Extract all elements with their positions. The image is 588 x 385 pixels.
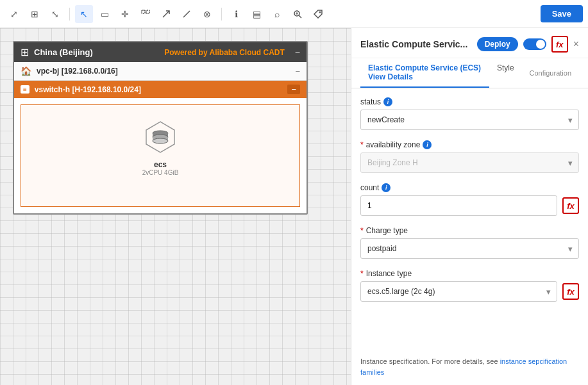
instance-type-select[interactable]: ecs.c5.large (2c 4g) xyxy=(360,281,557,302)
status-label: status i xyxy=(360,97,579,106)
rect-select-icon[interactable]: ▭ xyxy=(96,5,113,23)
vswitch-row: ≡ vswitch-h [H-192.168.10.0/24] − xyxy=(14,81,307,98)
vswitch-label: vswitch-h [H-192.168.10.0/24] xyxy=(35,85,141,94)
instance-type-label: * Instance type xyxy=(360,269,579,278)
tag-icon[interactable] xyxy=(309,5,327,23)
fit-icon[interactable]: ⤡ xyxy=(46,5,64,23)
panel-content: status i newCreate * availability zone i xyxy=(351,88,588,356)
save-button[interactable]: Save xyxy=(541,5,583,22)
fx-button-count[interactable]: fx xyxy=(562,197,579,214)
status-select[interactable]: newCreate xyxy=(360,110,579,130)
field-group-availability-zone: * availability zone i Beijing Zone H xyxy=(360,140,579,173)
count-label: count i xyxy=(360,183,579,192)
tab-style[interactable]: Style xyxy=(489,58,522,88)
right-panel: Elastic Compute Servic... Deploy fx × El… xyxy=(351,28,588,385)
panel-title: Elastic Compute Servic... xyxy=(360,39,472,49)
toolbar-separator-1 xyxy=(69,8,70,20)
svg-line-5 xyxy=(299,15,301,18)
deploy-button[interactable]: Deploy xyxy=(477,37,518,51)
diagram-container: ⊞ China (Beijing) Powered by Alibaba Clo… xyxy=(13,41,308,215)
field-group-instance-type: * Instance type ecs.c5.large (2c 4g) fx xyxy=(360,269,579,302)
availability-zone-select[interactable]: Beijing Zone H xyxy=(360,152,579,173)
config-label: Configuration xyxy=(522,64,579,82)
fx-button-header[interactable]: fx xyxy=(551,36,568,53)
ecs-icon-wrap xyxy=(141,118,180,156)
ecs-label: ecs xyxy=(154,160,167,169)
zoom-magnify-icon[interactable] xyxy=(289,5,307,23)
tab-details[interactable]: Elastic Compute Service (ECS) View Detai… xyxy=(360,58,489,88)
fx-button-instance-type[interactable]: fx xyxy=(562,283,579,300)
move-icon[interactable]: ✛ xyxy=(116,5,134,23)
connect-tool-icon[interactable] xyxy=(157,5,175,23)
close-button[interactable]: × xyxy=(573,38,579,50)
panel-tabs: Elastic Compute Service (ECS) View Detai… xyxy=(351,58,588,88)
count-info-icon[interactable]: i xyxy=(382,183,391,192)
vpc-collapse-button[interactable]: − xyxy=(295,67,300,76)
ecs-container[interactable]: ecs 2vCPU 4GiB xyxy=(21,104,300,207)
status-select-wrapper: newCreate xyxy=(360,110,579,130)
minimize-button[interactable]: − xyxy=(295,47,300,58)
vpc-row: 🏠 vpc-bj [192.168.0.0/16] − xyxy=(14,62,307,81)
diagram-header: ⊞ China (Beijing) Powered by Alibaba Clo… xyxy=(14,42,307,62)
field-group-charge-type: * Charge type postpaid xyxy=(360,226,579,259)
toolbar: ⤢ ⊞ ⤡ ↖ ▭ ✛ ⊗ ℹ ▤ ⌕ Save xyxy=(0,0,588,28)
instance-type-row: ecs.c5.large (2c 4g) fx xyxy=(360,281,579,302)
vpc-icon: 🏠 xyxy=(21,66,31,76)
line-icon[interactable] xyxy=(178,5,196,23)
status-info-icon[interactable]: i xyxy=(383,97,392,106)
svg-point-15 xyxy=(153,138,168,143)
svg-marker-8 xyxy=(314,10,322,18)
svg-line-3 xyxy=(183,11,190,17)
availability-zone-select-wrapper: Beijing Zone H xyxy=(360,152,579,173)
availability-zone-label: * availability zone i xyxy=(360,140,579,149)
toolbar-separator-2 xyxy=(221,8,222,20)
svg-rect-1 xyxy=(146,10,149,13)
field-group-status: status i newCreate xyxy=(360,97,579,130)
toggle-slider xyxy=(523,38,546,50)
vswitch-collapse-button[interactable]: − xyxy=(287,85,300,94)
diagram-body: 🏠 vpc-bj [192.168.0.0/16] − ≡ vswitch-h … xyxy=(14,62,307,207)
vpc-label: vpc-bj [192.168.0.0/16] xyxy=(37,67,118,76)
region-title: China (Beijing) xyxy=(34,47,93,57)
select-icon[interactable]: ↖ xyxy=(75,5,93,23)
charge-type-label: * Charge type xyxy=(360,226,579,235)
count-row: fx xyxy=(360,195,579,216)
field-group-count: count i fx xyxy=(360,183,579,216)
delete-circle-icon[interactable]: ⊗ xyxy=(198,5,216,23)
count-input[interactable] xyxy=(360,195,557,216)
grid-icon[interactable]: ⊞ xyxy=(26,5,44,23)
expand-icon[interactable]: ⤢ xyxy=(5,5,23,23)
page-icon[interactable]: ▤ xyxy=(248,5,265,23)
panel-footer-text: Instance specification. For more details… xyxy=(351,356,588,385)
deploy-toggle[interactable] xyxy=(523,38,546,50)
svg-line-2 xyxy=(163,11,169,17)
availability-zone-info-icon[interactable]: i xyxy=(423,140,432,149)
charge-type-select[interactable]: postpaid xyxy=(360,238,579,259)
panel-header: Elastic Compute Servic... Deploy fx × xyxy=(351,28,588,58)
powered-by-label: Powered by Alibaba Cloud CADT xyxy=(164,48,285,57)
canvas[interactable]: ⊞ China (Beijing) Powered by Alibaba Clo… xyxy=(0,28,351,385)
ecs-spec-label: 2vCPU 4GiB xyxy=(142,169,179,176)
info-circle-icon[interactable]: ℹ xyxy=(227,5,245,23)
main-area: ⊞ China (Beijing) Powered by Alibaba Clo… xyxy=(0,28,588,385)
search-icon[interactable]: ⌕ xyxy=(268,5,286,23)
charge-type-select-wrapper: postpaid xyxy=(360,238,579,259)
instance-type-select-wrapper: ecs.c5.large (2c 4g) xyxy=(360,281,557,302)
svg-rect-0 xyxy=(142,10,145,13)
grid-diagram-icon: ⊞ xyxy=(21,46,29,58)
vswitch-icon: ≡ xyxy=(21,85,29,94)
lasso-icon[interactable] xyxy=(137,5,155,23)
svg-point-9 xyxy=(319,11,321,13)
